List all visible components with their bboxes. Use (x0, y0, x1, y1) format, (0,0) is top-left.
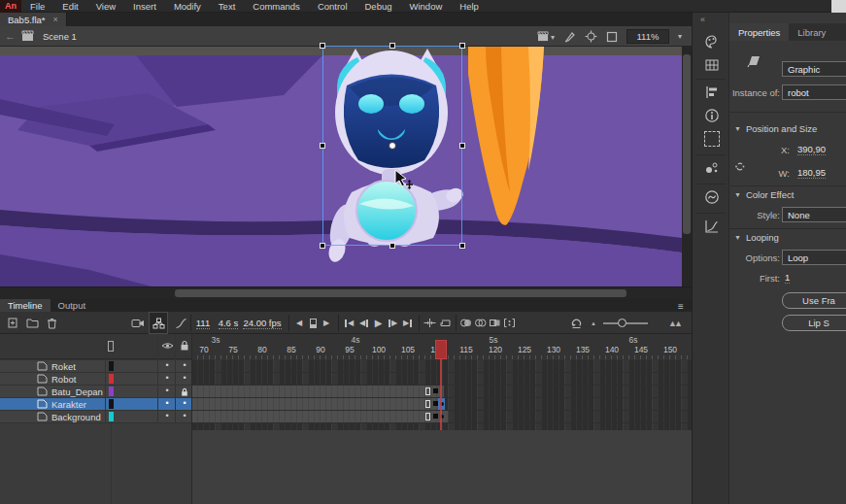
layers-frames-divider[interactable] (191, 334, 192, 504)
edit-scene-button[interactable]: ▾ (537, 31, 555, 42)
lock-icon[interactable] (180, 340, 189, 352)
selection-handle[interactable] (320, 43, 325, 49)
menu-help[interactable]: Help (451, 1, 488, 12)
back-icon[interactable]: ← (5, 30, 16, 42)
modify-markers-button[interactable] (502, 312, 517, 334)
zoom-in-timeline-icon[interactable]: ▲▲ (664, 312, 684, 334)
zoom-dropdown-icon[interactable]: ▾ (678, 32, 682, 41)
collapse-panels-icon[interactable]: « (700, 15, 705, 24)
layer-row-robot[interactable]: Robot • • (0, 373, 191, 386)
keyframe-marker[interactable] (433, 388, 438, 393)
frame-span[interactable] (191, 386, 444, 397)
selection-handle[interactable] (320, 243, 325, 249)
menu-debug[interactable]: Debug (356, 1, 401, 12)
layer-color-swatch[interactable] (109, 399, 114, 409)
play-button[interactable]: ▶ (371, 312, 386, 334)
parenting-view-toggle[interactable] (149, 312, 168, 334)
w-value[interactable]: 180,95 (797, 167, 826, 179)
window-control-fragment[interactable] (831, 0, 846, 13)
clip-content-button[interactable] (606, 31, 618, 43)
layer-color-swatch[interactable] (109, 412, 114, 421)
transform-panel-icon[interactable] (704, 131, 720, 147)
color-effect-section-header[interactable]: ▼ Color Effect (734, 189, 794, 200)
instance-name-field[interactable]: robot (782, 84, 846, 100)
layer-visibility-dot[interactable]: • (161, 360, 173, 370)
go-to-first-frame-button[interactable]: ◀ (342, 312, 356, 334)
step-marker-forward-button[interactable]: ▶ (320, 312, 333, 334)
position-size-section-header[interactable]: ▼ Position and Size (734, 123, 817, 134)
menu-view[interactable]: View (87, 1, 124, 12)
edit-symbols-button[interactable] (563, 31, 576, 43)
panel-menu-icon[interactable]: ≡ (678, 301, 684, 312)
symbol-type-dropdown[interactable]: Graphic (782, 61, 846, 77)
center-frame-button[interactable] (585, 30, 597, 43)
playhead-line[interactable] (440, 359, 442, 430)
selection-bounding-box[interactable] (322, 46, 462, 246)
eye-icon[interactable] (161, 341, 174, 351)
tab-properties[interactable]: Properties (729, 23, 789, 41)
layer-visibility-dot[interactable]: • (161, 386, 173, 395)
selection-handle[interactable] (459, 43, 465, 49)
layer-visibility-dot[interactable]: • (161, 398, 173, 408)
frame-span[interactable] (191, 411, 448, 422)
menu-text[interactable]: Text (210, 1, 244, 12)
stage-vertical-scrollbar[interactable] (682, 47, 692, 286)
layer-row-karakter-selected[interactable]: Karakter • • (0, 398, 191, 411)
section-collapse-icon[interactable]: ▼ (734, 125, 741, 132)
scene-name[interactable]: Scene 1 (43, 31, 77, 42)
tab-output[interactable]: Output (51, 299, 94, 312)
elapsed-time-value[interactable]: 4.6 s (217, 312, 240, 334)
close-icon[interactable]: × (53, 15, 58, 24)
layer-locked-icon[interactable] (181, 387, 188, 397)
selection-handle[interactable] (459, 143, 465, 149)
layer-visibility-dot[interactable]: • (161, 411, 173, 420)
zoom-level-input[interactable]: 111% (626, 29, 669, 44)
menu-edit[interactable]: Edit (53, 1, 86, 12)
horizontal-scroll-thumb[interactable] (175, 289, 626, 297)
layer-visibility-dot[interactable]: • (161, 373, 173, 383)
show-tween-graph-button[interactable] (172, 312, 189, 334)
step-back-button[interactable]: ◀ (356, 312, 371, 334)
layer-color-swatch[interactable] (109, 386, 114, 396)
section-collapse-icon[interactable]: ▼ (734, 191, 741, 198)
timeline-zoom-knob[interactable] (618, 319, 626, 327)
onion-skin-outlines-button[interactable] (473, 312, 488, 334)
first-frame-value[interactable]: 1 (785, 272, 790, 284)
layer-color-swatch[interactable] (109, 361, 114, 371)
motion-editor-panel-icon[interactable] (704, 218, 720, 234)
step-forward-button[interactable]: ▶ (386, 312, 400, 334)
layer-lock-dot[interactable]: • (179, 398, 190, 408)
frame-rate-value[interactable]: 24.00 fps (243, 312, 282, 334)
layer-color-swatch[interactable] (109, 374, 114, 384)
vertical-scroll-thumb[interactable] (683, 54, 691, 234)
playhead[interactable] (435, 340, 447, 359)
zoom-out-timeline-icon[interactable]: ▲ (587, 312, 600, 334)
playhead-marker-icon[interactable] (306, 312, 320, 334)
reset-timeline-zoom-button[interactable] (568, 312, 584, 334)
menu-insert[interactable]: Insert (124, 1, 165, 12)
menu-control[interactable]: Control (309, 1, 356, 12)
looping-section-header[interactable]: ▼ Looping (734, 232, 779, 243)
onion-skin-button[interactable] (458, 312, 473, 334)
use-frame-picker-button[interactable]: Use Fra (782, 292, 846, 309)
align-panel-icon[interactable] (704, 84, 720, 100)
lip-syncing-button[interactable]: Lip S (782, 315, 846, 331)
layer-row-background[interactable]: Background • • (0, 411, 191, 423)
layer-row-roket[interactable]: Roket • • (0, 360, 191, 373)
delete-layer-button[interactable] (43, 312, 60, 334)
menu-modify[interactable]: Modify (165, 1, 210, 12)
transform-point[interactable] (389, 142, 396, 150)
x-value[interactable]: 390,90 (797, 144, 826, 155)
document-tab[interactable]: Bab5.fla* × (0, 13, 67, 26)
center-playhead-button[interactable] (422, 312, 437, 334)
layer-row-batu-depan[interactable]: Batu_Depan • (0, 386, 191, 398)
color-panel-icon[interactable] (704, 34, 720, 50)
selection-handle[interactable] (459, 243, 465, 249)
layer-lock-dot[interactable]: • (179, 360, 190, 370)
new-layer-button[interactable] (4, 312, 21, 334)
loop-options-dropdown[interactable]: Loop (782, 250, 846, 265)
current-frame-value[interactable]: 111 (193, 312, 213, 334)
cc-libraries-panel-icon[interactable] (704, 189, 720, 205)
tab-library[interactable]: Library (789, 23, 834, 41)
swatches-panel-icon[interactable] (704, 57, 720, 73)
